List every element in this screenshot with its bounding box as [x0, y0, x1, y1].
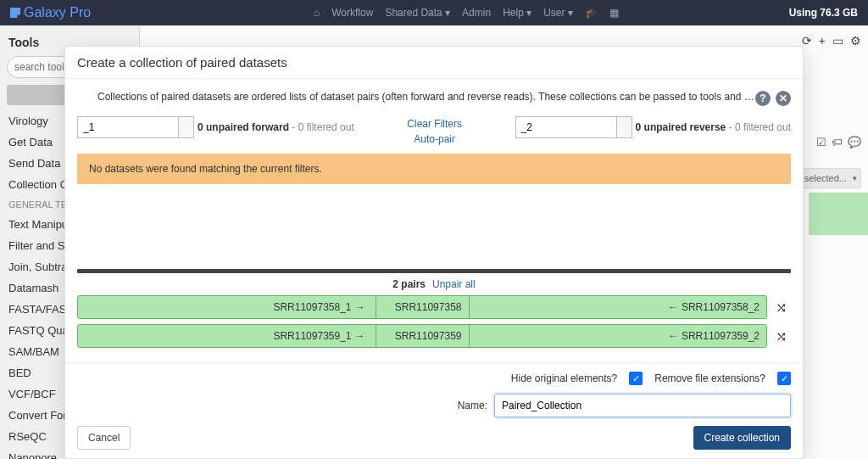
- close-icon[interactable]: ✕: [776, 91, 791, 106]
- arrow-right-icon: →: [355, 301, 365, 313]
- arrow-right-icon: →: [355, 330, 365, 342]
- pair-row: SRR11097359_1→SRR11097359←SRR11097359_2⤭: [77, 324, 791, 348]
- pair-row: SRR11097358_1→SRR11097358←SRR11097358_2⤭: [77, 295, 791, 319]
- collection-name-input[interactable]: [494, 394, 791, 417]
- reverse-filter-input[interactable]: [515, 116, 617, 138]
- auto-pair-link[interactable]: Auto-pair: [354, 132, 515, 147]
- hide-original-checkbox[interactable]: ✓: [629, 372, 643, 385]
- grad-cap-icon[interactable]: 🎓: [585, 7, 598, 19]
- help-icon[interactable]: ?: [755, 91, 771, 106]
- filter-row: 0 unpaired forward - 0 filtered out Clea…: [77, 116, 791, 147]
- forward-filter-clear[interactable]: [179, 116, 194, 138]
- arrow-left-icon: ←: [668, 301, 678, 313]
- paired-collection-modal: Create a collection of paired datasets C…: [64, 46, 804, 459]
- nav-admin[interactable]: Admin: [462, 7, 491, 19]
- arrow-left-icon: ←: [668, 330, 678, 342]
- pair-name: SRR11097359: [376, 325, 470, 347]
- nav-center: ⌂ Workflow Shared Data ▾ Admin Help ▾ Us…: [314, 7, 619, 19]
- name-label: Name:: [458, 400, 487, 411]
- pair-item[interactable]: SRR11097358_1→SRR11097358←SRR11097358_2: [77, 295, 767, 319]
- divider[interactable]: [77, 269, 791, 273]
- modal-title: Create a collection of paired datasets: [65, 47, 803, 79]
- pair-item[interactable]: SRR11097359_1→SRR11097359←SRR11097359_2: [77, 324, 767, 348]
- topbar: Galaxy Pro ⌂ Workflow Shared Data ▾ Admi…: [0, 0, 868, 25]
- create-collection-button[interactable]: Create collection: [693, 426, 791, 450]
- modal-backdrop: Create a collection of paired datasets C…: [0, 25, 868, 459]
- logo: Galaxy Pro: [10, 5, 91, 20]
- pair-reverse: SRR11097359_2: [682, 330, 760, 342]
- nav-workflow[interactable]: Workflow: [331, 7, 373, 19]
- nav-shared-data[interactable]: Shared Data ▾: [385, 7, 450, 19]
- reverse-filter-clear[interactable]: [617, 116, 632, 138]
- pairs-header: 2 pairsUnpair all: [77, 278, 791, 290]
- cancel-button[interactable]: Cancel: [77, 426, 131, 450]
- forward-unpaired-label: 0 unpaired forward - 0 filtered out: [198, 121, 354, 133]
- nav-help[interactable]: Help ▾: [503, 7, 531, 19]
- pair-name: SRR11097358: [376, 296, 470, 318]
- clear-filters-link[interactable]: Clear Filters: [354, 116, 515, 132]
- pair-forward: SRR11097359_1: [273, 330, 351, 342]
- home-icon[interactable]: ⌂: [314, 7, 320, 19]
- pair-reverse: SRR11097358_2: [682, 301, 760, 313]
- reverse-unpaired-label: 0 unpaired reverse - 0 filtered out: [636, 121, 791, 133]
- hide-original-label: Hide original elements?: [511, 372, 617, 384]
- usage-indicator: Using 76.3 GB: [789, 7, 858, 19]
- pair-forward: SRR11097358_1: [273, 301, 351, 313]
- remove-ext-label: Remove file extensions?: [654, 372, 765, 384]
- grid-icon[interactable]: ▦: [609, 7, 619, 19]
- help-text: Collections of paired datasets are order…: [97, 91, 758, 103]
- unpair-all-link[interactable]: Unpair all: [432, 278, 476, 290]
- remove-ext-checkbox[interactable]: ✓: [777, 372, 791, 385]
- forward-filter-input[interactable]: [77, 116, 179, 138]
- nav-user[interactable]: User ▾: [543, 7, 573, 19]
- swap-icon[interactable]: ⤭: [776, 299, 791, 316]
- no-datasets-alert: No datasets were found matching the curr…: [77, 154, 791, 184]
- swap-icon[interactable]: ⤭: [776, 328, 791, 344]
